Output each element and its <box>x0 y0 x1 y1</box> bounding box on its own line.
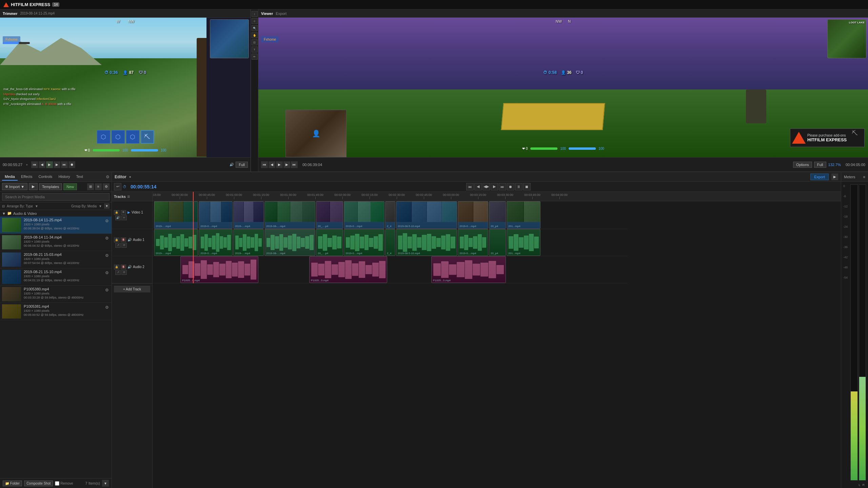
audio-clip-10[interactable]: 20_p4 <box>489 229 506 256</box>
media-item[interactable]: 2019-08-21 15-03.mp4 1920 × 1080 pixels … <box>0 251 112 268</box>
video-clip-7[interactable]: 2_4 <box>385 201 395 229</box>
add-track-btn[interactable]: + Add Track <box>114 286 150 292</box>
video-clip-5[interactable]: 20_....p4 <box>316 201 343 229</box>
new-button[interactable]: New <box>63 183 77 190</box>
audio-clip-3[interactable]: 2019-....mp4 <box>233 229 264 256</box>
play-preview-btn[interactable]: ▶ <box>29 183 38 190</box>
video-clip-1[interactable]: 2019-....mp4 <box>154 201 198 229</box>
toolbar-select-btn[interactable]: ⊹ <box>252 18 258 24</box>
track-lock-audio-btn[interactable]: 🔒 <box>114 238 119 242</box>
track-clips-area[interactable]: 2019-....mp4 2019-0....mp4 <box>153 201 841 488</box>
audio-clip-6[interactable]: 2019-0....mp4 <box>344 229 384 256</box>
composite-shot-btn[interactable]: Composite Shot <box>24 481 53 486</box>
import-button[interactable]: ⊕ Import ▼ <box>2 183 27 190</box>
templates-button[interactable]: Templates <box>39 183 62 190</box>
audio2-clip-3[interactable]: P1005...0.mp4 <box>431 256 506 283</box>
record-btn[interactable]: ⏺ <box>68 161 75 168</box>
zoom-dropdown-right[interactable]: Full <box>814 162 826 168</box>
audio-fade-btn[interactable]: ↗ <box>115 243 121 248</box>
viewer-tab[interactable]: Viewer <box>261 12 273 16</box>
video-clip-11[interactable]: 201...mp4 <box>507 201 540 229</box>
panel-settings-icon[interactable]: ⚙ <box>106 175 110 179</box>
audio-clip-1[interactable]: 2019-....mp4 <box>154 229 198 256</box>
prev-frame-btn[interactable]: ◀ <box>39 161 45 168</box>
toolbar-crop-btn[interactable]: ⊡ <box>252 39 258 45</box>
viewer-skip-end-btn[interactable]: ⏭ <box>291 161 298 168</box>
transport-btn-5[interactable]: ⏭ <box>499 183 506 190</box>
track-edit-btn[interactable]: ✏ <box>121 216 127 220</box>
toolbar-zoom-btn[interactable]: 🔍 <box>252 25 258 31</box>
tab-history[interactable]: History <box>56 173 73 181</box>
export-button[interactable]: Export <box>810 174 829 180</box>
play-btn[interactable]: ▶ <box>46 161 53 168</box>
video-clip-2[interactable]: 2019-0....mp4 <box>199 201 233 229</box>
remove-check[interactable] <box>55 481 59 486</box>
transport-btn-1[interactable]: ⏮ <box>466 183 474 190</box>
media-gear-icon[interactable]: ⚙ <box>104 218 110 224</box>
skip-end-btn[interactable]: ⏭ <box>61 161 68 168</box>
video-clip-8[interactable]: 2019-08-5-10.mp4 <box>396 201 457 229</box>
transport-btn-8[interactable]: ⏹ <box>523 183 531 190</box>
audio-clip-4[interactable]: 2019-08-....mp4 <box>264 229 315 256</box>
list-view-btn[interactable]: ≡ <box>95 183 102 190</box>
toolbar-pen-btn[interactable]: ✏ <box>252 54 258 60</box>
audio-clip-11[interactable]: 201...mp4 <box>507 229 540 256</box>
video-clip-10[interactable]: 20_p4 <box>489 201 506 229</box>
editor-chevron-btn[interactable]: ▶ <box>831 174 838 180</box>
media-item[interactable]: 2019-08-14 11-25.mp4 1920 × 1080 pixels … <box>0 217 112 234</box>
video-clip-9[interactable]: 2019-0....mp4 <box>458 201 488 229</box>
track-mute-btn[interactable]: 🔇 <box>121 238 126 242</box>
search-input[interactable] <box>2 193 110 201</box>
video-clip-3[interactable]: 2019-....mp4 <box>233 201 264 229</box>
meters-menu-icon[interactable]: ≡ <box>863 175 865 179</box>
transport-btn-4[interactable]: ▶ <box>491 183 498 190</box>
toolbar-text-btn[interactable]: T <box>252 46 258 53</box>
track-mute-audio2-btn[interactable]: 🔇 <box>121 265 126 269</box>
track-lock-audio2-btn[interactable]: 🔒 <box>114 265 119 269</box>
toolbar-move-btn[interactable]: ↕ <box>252 11 258 17</box>
viewer-next-btn[interactable]: ▶ <box>283 161 290 168</box>
skip-start-btn[interactable]: ⏮ <box>31 161 38 168</box>
tab-text[interactable]: Text <box>74 173 86 181</box>
tab-controls[interactable]: Controls <box>36 173 55 181</box>
media-gear-icon[interactable]: ⚙ <box>104 270 110 276</box>
viewer-play-btn[interactable]: ▶ <box>276 161 283 168</box>
audio2-fade-btn[interactable]: ↗ <box>115 270 121 275</box>
audio2-sync-btn[interactable]: ⟳ <box>121 270 127 275</box>
next-frame-btn[interactable]: ▶ <box>54 161 60 168</box>
track-lock-btn[interactable]: 🔒 <box>114 210 119 215</box>
media-gear-icon[interactable]: ⚙ <box>104 252 110 259</box>
remove-checkbox[interactable]: Remove <box>55 481 73 486</box>
filter-btn[interactable]: ▼ <box>104 203 110 209</box>
track-audio-btn[interactable]: 🔊 <box>115 216 121 220</box>
media-gear-icon[interactable]: ⚙ <box>104 235 110 241</box>
trimmer-tab[interactable]: Trimmer <box>3 12 17 16</box>
viewer-prev-btn[interactable]: ◀ <box>269 161 275 168</box>
video-clip-4[interactable]: 2019-08-....mp4 <box>264 201 315 229</box>
audio-clip-9[interactable]: 2019-0....mp4 <box>458 229 488 256</box>
audio-clip-5[interactable]: 20_....p4 <box>316 229 343 256</box>
transport-btn-6[interactable]: ⏺ <box>507 183 514 190</box>
grid-view-btn[interactable]: ⊞ <box>87 183 94 190</box>
media-item[interactable]: P1005381.mp4 1920 × 1080 pixels 00:05:00… <box>0 303 112 320</box>
audio-clip-8[interactable]: 2019-08-5-10.mp4 <box>396 229 457 256</box>
media-gear-icon[interactable]: ⚙ <box>104 304 110 310</box>
transport-btn-3[interactable]: ◀▶ <box>482 183 490 190</box>
footer-chevron-btn[interactable]: ▼ <box>102 480 109 487</box>
viewer-skip-start-btn[interactable]: ⏮ <box>261 161 268 168</box>
settings-btn[interactable]: ⚙ <box>103 183 110 190</box>
tracks-menu-btn[interactable]: ≡ <box>127 194 130 199</box>
export-tab[interactable]: Export <box>276 12 287 16</box>
options-dropdown[interactable]: Options <box>793 162 812 168</box>
undo-btn[interactable]: ↩ <box>114 183 121 190</box>
media-item[interactable]: 2019-08-14 11-34.mp4 1920 × 1080 pixels … <box>0 234 112 251</box>
audio-clip-2[interactable]: 2019-0....mp4 <box>199 229 233 256</box>
track-eye-btn[interactable]: 👁 <box>121 210 126 215</box>
tab-media[interactable]: Media <box>2 173 18 181</box>
media-category-audio-video[interactable]: ▼ 📁 Audio & Video <box>0 210 112 217</box>
audio2-clip-1[interactable]: P1005...0.mp4 <box>180 256 258 283</box>
folder-btn[interactable]: 📁 Folder <box>3 481 22 486</box>
toolbar-hand-btn[interactable]: ✋ <box>252 32 258 38</box>
media-item[interactable]: P1005380.mp4 1920 × 1080 pixels 00:03:33… <box>0 286 112 303</box>
transport-btn-2[interactable]: ◀ <box>474 183 482 190</box>
